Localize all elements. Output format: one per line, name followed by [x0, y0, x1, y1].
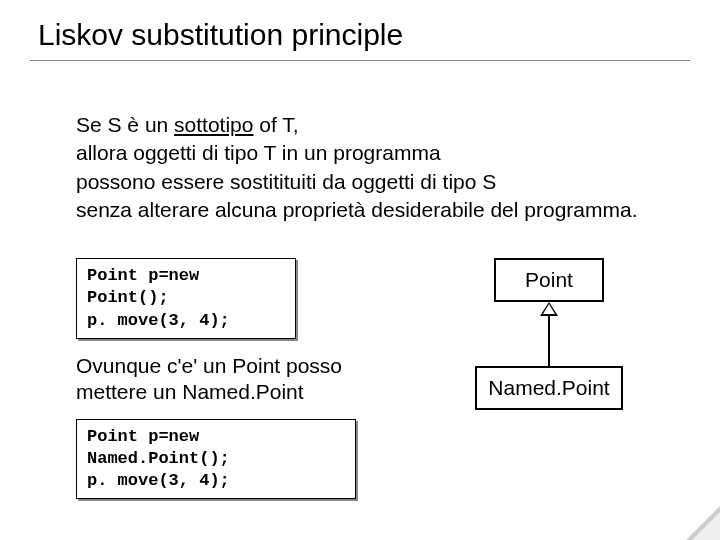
code-line: Point(); [87, 287, 285, 309]
text-fragment: of T, [253, 113, 298, 136]
code-box-substituted: Point p=new Named.Point(); p. move(3, 4)… [76, 419, 356, 499]
principle-text: Se S è un sottotipo of T, allora oggetti… [30, 111, 690, 224]
text-line: Ovunque c'e' un Point posso [76, 353, 406, 379]
uml-diagram: Point Named.Point [464, 258, 634, 410]
text-line: senza alterare alcuna proprietà desidera… [76, 198, 637, 221]
uml-class-parent: Point [494, 258, 604, 302]
code-line: Point p=new Named.Point(); [87, 426, 345, 470]
code-line: Point p=new [87, 265, 285, 287]
title-area: Liskov substitution principle [30, 18, 690, 61]
text-fragment: Se S è un [76, 113, 174, 136]
text-underlined: sottotipo [174, 113, 253, 136]
page-fold-icon [686, 506, 720, 540]
content-row: Point p=new Point(); p. move(3, 4); Ovun… [30, 258, 690, 499]
text-line: possono essere sostitituiti da oggetti d… [76, 170, 496, 193]
uml-class-child: Named.Point [475, 366, 623, 410]
uml-line [548, 316, 550, 366]
code-box-original: Point p=new Point(); p. move(3, 4); [76, 258, 296, 338]
explanation-text: Ovunque c'e' un Point posso mettere un N… [76, 353, 406, 406]
slide: Liskov substitution principle Se S è un … [0, 0, 720, 540]
text-line: allora oggetti di tipo T in un programma [76, 141, 441, 164]
code-line: p. move(3, 4); [87, 470, 345, 492]
code-line: p. move(3, 4); [87, 310, 285, 332]
slide-title: Liskov substitution principle [38, 18, 690, 52]
text-line: mettere un Named.Point [76, 379, 406, 405]
uml-inheritance-arrow [464, 302, 634, 366]
arrowhead-icon [540, 302, 558, 316]
